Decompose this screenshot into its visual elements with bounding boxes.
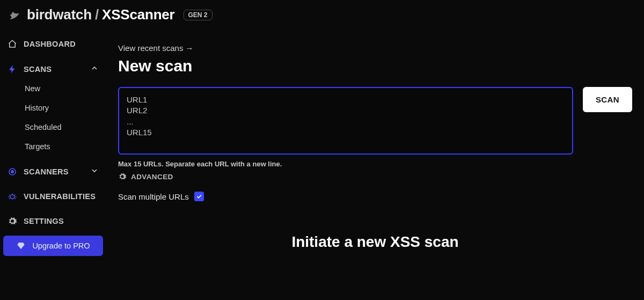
svg-point-2 xyxy=(10,195,14,199)
sidebar-item-dashboard[interactable]: DASHBOARD xyxy=(3,35,103,53)
sidebar-item-settings[interactable]: SETTINGS xyxy=(3,212,103,230)
sidebar-item-label: DASHBOARD xyxy=(24,40,76,48)
chevron-down-icon xyxy=(90,166,99,177)
main-content: View recent scans → New scan SCAN Max 15… xyxy=(106,31,644,300)
sidebar-item-label: SCANS xyxy=(24,65,52,74)
app-header: birdwatch / XSScanner GEN 2 xyxy=(0,0,644,31)
sidebar-item-vulnerabilities[interactable]: VULNERABILITIES xyxy=(3,187,103,206)
scans-subitems: New History Scheduled Targets xyxy=(3,79,103,161)
generation-badge: GEN 2 xyxy=(184,10,213,20)
scan-button[interactable]: SCAN xyxy=(583,87,632,112)
breadcrumb-owner[interactable]: birdwatch xyxy=(27,6,92,23)
sidebar-item-scans-scheduled[interactable]: Scheduled xyxy=(18,118,103,136)
upgrade-button[interactable]: Upgrade to PRO xyxy=(3,236,103,256)
sidebar-item-label: SCANNERS xyxy=(24,167,69,176)
sidebar-item-scans[interactable]: SCANS xyxy=(3,60,103,78)
sidebar-item-label: VULNERABILITIES xyxy=(24,192,96,201)
advanced-toggle[interactable]: ADVANCED xyxy=(118,172,173,181)
scan-multiple-checkbox[interactable] xyxy=(194,192,204,201)
breadcrumb-project[interactable]: XSScanner xyxy=(102,6,175,23)
svg-point-1 xyxy=(11,170,14,173)
sidebar-item-label: SETTINGS xyxy=(24,217,64,225)
gear-icon xyxy=(118,172,127,181)
sidebar-item-scans-new[interactable]: New xyxy=(18,79,103,98)
upgrade-label: Upgrade to PRO xyxy=(32,242,90,250)
breadcrumb: birdwatch / XSScanner xyxy=(27,6,175,23)
chevron-up-icon xyxy=(90,64,99,74)
hero-heading: Initiate a new XSS scan xyxy=(118,233,632,251)
advanced-label: ADVANCED xyxy=(131,173,173,181)
scan-multiple-label: Scan multiple URLs xyxy=(118,192,189,201)
view-recent-scans-link[interactable]: View recent scans → xyxy=(118,43,632,53)
app-logo-icon xyxy=(8,8,21,22)
bug-icon xyxy=(8,192,17,201)
diamond-icon xyxy=(16,241,26,251)
sidebar-item-scans-history[interactable]: History xyxy=(18,99,103,117)
home-icon xyxy=(8,39,17,49)
bolt-icon xyxy=(8,64,17,74)
target-icon xyxy=(8,167,17,177)
breadcrumb-separator: / xyxy=(93,6,101,23)
sidebar: DASHBOARD SCANS New History Scheduled Ta… xyxy=(0,31,106,300)
page-title: New scan xyxy=(118,57,632,75)
sidebar-item-scanners[interactable]: SCANNERS xyxy=(3,162,103,181)
sidebar-item-scans-targets[interactable]: Targets xyxy=(18,137,103,156)
url-hint-text: Max 15 URLs. Separate each URL with a ne… xyxy=(118,160,632,168)
scan-multiple-row: Scan multiple URLs xyxy=(118,192,632,201)
gear-icon xyxy=(8,216,17,226)
url-list-input[interactable] xyxy=(118,87,573,155)
